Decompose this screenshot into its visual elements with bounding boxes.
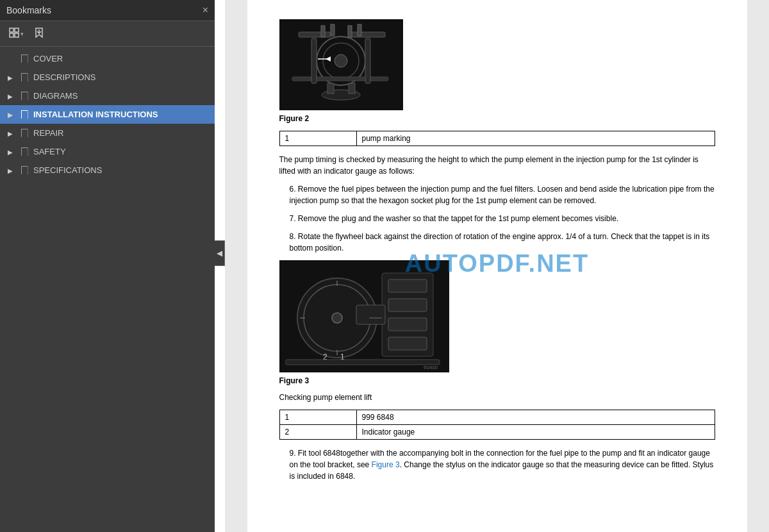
svg-rect-13 [311, 38, 317, 83]
bookmark-label-repair: REPAIR [33, 128, 208, 138]
svg-point-9 [335, 54, 347, 67]
sidebar-title: Bookmarks [6, 5, 51, 15]
bookmark-list: COVER DESCRIPTIONS DIAGRAMS INSTALLATION… [0, 47, 215, 532]
figure2-container [279, 19, 715, 110]
svg-rect-34 [388, 299, 427, 312]
svg-rect-35 [388, 318, 427, 331]
svg-text:60400: 60400 [424, 365, 438, 370]
step9: 9. Fit tool 6848together with the accomp… [279, 447, 715, 482]
svg-rect-18 [331, 24, 335, 36]
svg-rect-22 [327, 83, 334, 94]
sidebar-item-cover[interactable]: COVER [0, 49, 215, 68]
table2-cell-r1c2: 999 6848 [356, 410, 715, 425]
figure3-caption: Checking pump element lift [279, 393, 715, 402]
figure3-link[interactable]: Figure 3 [372, 460, 400, 469]
svg-rect-0 [10, 28, 13, 32]
bookmark-sync-icon [34, 28, 44, 40]
bookmark-icon-descriptions [19, 73, 29, 82]
bookmark-label-safety: SAFETY [33, 147, 208, 156]
step6: 6. Remove the fuel pipes between the inj… [279, 183, 715, 206]
bookmark-icon-diagrams [19, 92, 29, 101]
bookmark-icon-installation [19, 110, 29, 119]
table-row: 1 999 6848 [279, 410, 715, 425]
expand-arrow-descriptions [5, 74, 15, 81]
figure3-label: Figure 3 [279, 376, 715, 385]
dropdown-arrow-icon: ▾ [21, 31, 24, 37]
sidebar-item-diagrams[interactable]: DIAGRAMS [0, 87, 215, 105]
bookmark-icon-cover [19, 54, 29, 63]
figure2-image [279, 19, 403, 110]
svg-rect-36 [388, 337, 427, 350]
bookmark-label-diagrams: DIAGRAMS [33, 91, 208, 101]
svg-rect-1 [15, 28, 19, 32]
step7: 7. Remove the plug and the washer so tha… [279, 213, 715, 224]
svg-rect-19 [348, 26, 352, 37]
sidebar-item-descriptions[interactable]: DESCRIPTIONS [0, 68, 215, 87]
sidebar-item-safety[interactable]: SAFETY [0, 142, 215, 161]
bookmark-icon-repair [19, 129, 29, 138]
expand-arrow-specifications [5, 167, 15, 174]
svg-rect-17 [321, 26, 325, 37]
svg-rect-12 [292, 77, 388, 81]
table-row: 1 pump marking [279, 131, 715, 146]
expand-arrow-installation [5, 111, 15, 119]
figure3-container: 2 1 60400 [279, 260, 715, 372]
svg-rect-11 [350, 32, 385, 37]
bookmark-label-cover: COVER [33, 54, 208, 63]
svg-rect-3 [15, 33, 19, 37]
sidebar-item-specifications[interactable]: SPECIFICATIONS [0, 161, 215, 179]
svg-point-27 [332, 313, 342, 323]
svg-rect-23 [349, 83, 355, 94]
main-content[interactable]: AUTOPDF.NET [225, 0, 769, 532]
svg-rect-10 [299, 32, 331, 37]
svg-rect-41 [286, 360, 440, 365]
table2-cell-r2c2: Indicator gauge [356, 425, 715, 440]
figure2-label: Figure 2 [279, 114, 715, 123]
paragraph1: The pump timing is checked by measuring … [279, 154, 715, 177]
bookmark-sync-button[interactable] [30, 25, 48, 42]
table2: 1 999 6848 2 Indicator gauge [279, 410, 715, 440]
table-cell-col2: pump marking [356, 131, 715, 146]
sidebar-collapse-handle[interactable]: ◀ [215, 240, 225, 266]
bookmark-icon-safety [19, 147, 29, 156]
sidebar-toolbar: ▾ [0, 21, 215, 47]
expand-arrow-safety [5, 148, 15, 156]
table-cell-col1: 1 [279, 131, 356, 146]
svg-rect-20 [358, 24, 361, 36]
sidebar-item-installation[interactable]: INSTALLATION INSTRUCTIONS [0, 105, 215, 124]
bookmark-label-specifications: SPECIFICATIONS [33, 165, 208, 175]
svg-rect-33 [388, 279, 427, 292]
sidebar: Bookmarks × ▾ [0, 0, 215, 532]
chevron-left-icon: ◀ [217, 249, 222, 258]
step8: 8. Rotate the flywheel back against the … [279, 231, 715, 254]
expand-all-button[interactable]: ▾ [5, 25, 28, 42]
expand-grid-icon [9, 28, 19, 40]
expand-arrow-repair [5, 129, 15, 137]
table-row: 2 Indicator gauge [279, 425, 715, 440]
bookmark-label-installation: INSTALLATION INSTRUCTIONS [33, 110, 208, 119]
sidebar-header: Bookmarks × [0, 0, 215, 21]
svg-rect-39 [356, 305, 385, 324]
page-view: AUTOPDF.NET [247, 0, 747, 532]
expand-arrow-diagrams [5, 92, 15, 100]
svg-rect-2 [10, 33, 13, 37]
bookmark-label-descriptions: DESCRIPTIONS [33, 72, 208, 82]
bookmark-icon-specifications [19, 166, 29, 175]
table2-cell-r2c1: 2 [279, 425, 356, 440]
table2-cell-r1c1: 1 [279, 410, 356, 425]
sidebar-item-repair[interactable]: REPAIR [0, 124, 215, 142]
svg-rect-14 [365, 38, 370, 83]
table1: 1 pump marking [279, 131, 715, 146]
figure3-image: 2 1 60400 [279, 260, 449, 372]
close-button[interactable]: × [203, 5, 208, 15]
